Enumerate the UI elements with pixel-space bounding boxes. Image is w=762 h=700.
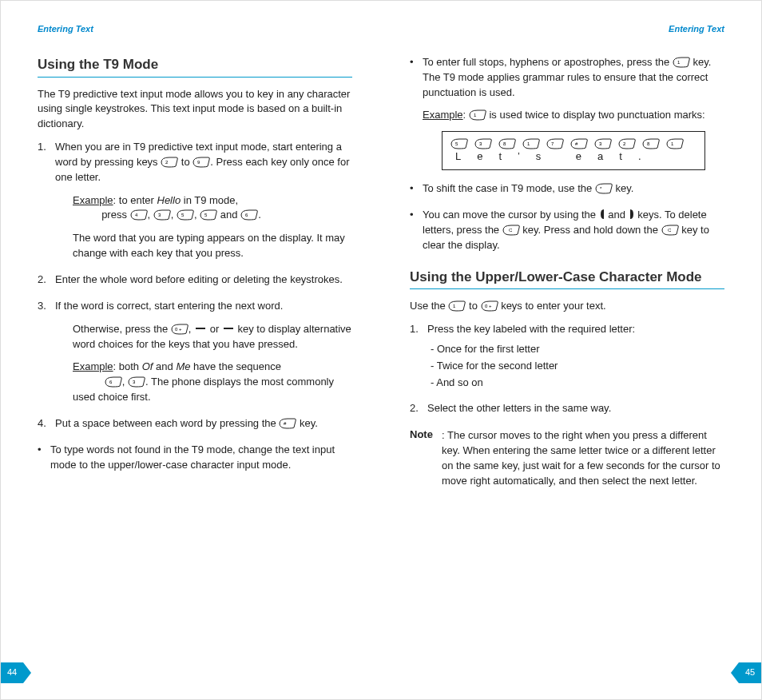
bullet-cursor: You can move the cursor by using the and… [410, 208, 724, 253]
key-5-icon: 5 [200, 209, 217, 221]
key-2-icon: 2 [618, 138, 636, 149]
svg-text:C: C [668, 228, 672, 233]
key-3-icon: 3 [594, 138, 612, 149]
t9-steps: When you are in T9 predictive text input… [38, 140, 352, 432]
step-1: When you are in T9 predictive text input… [38, 140, 352, 261]
bullet-punctuation: To enter full stops, hyphens or apostrop… [410, 55, 724, 170]
key-6-icon: 6 [105, 376, 122, 388]
svg-text:0 +: 0 + [485, 304, 492, 308]
key-1-icon: 1 [448, 300, 466, 312]
dash-list: - Once for the first letter - Twice for … [431, 342, 724, 391]
dash-once: - Once for the first letter [431, 342, 724, 357]
step-3: If the word is correct, start entering t… [38, 299, 352, 405]
case-intro: Use the 1 to 0 + keys to enter your text… [410, 299, 724, 314]
bullet-shift-case: To shift the case in T9 mode, use the * … [410, 181, 724, 197]
key-1-icon: 1 [673, 57, 690, 68]
example-punctuation: Example: 1 is used twice to display two … [423, 108, 724, 123]
key-8-icon: 8 [498, 138, 516, 149]
t9-notes: To type words not found in the T9 mode, … [38, 443, 352, 473]
keyrow-example-box: 5 3 8 1 7 # 3 2 8 1 Let’s eat. [442, 131, 705, 170]
t9-intro: The T9 predictive text input mode allows… [38, 87, 352, 133]
step-1-tail: The word that you are typing appears on … [73, 231, 352, 261]
nav-right-icon [629, 209, 635, 220]
document-spread: Entering Text Using the T9 Mode The T9 p… [0, 0, 762, 700]
keyrow-letters: Let’s eat. [450, 149, 697, 165]
key-7-icon: 7 [546, 138, 564, 149]
key-2-icon: 2 [161, 157, 178, 168]
key-star-icon: * [595, 183, 613, 194]
right-page: Entering Text To enter full stops, hyphe… [381, 1, 761, 699]
keyrow-keys: 5 3 8 1 7 # 3 2 8 1 [450, 138, 697, 149]
running-header-right: Entering Text [410, 23, 724, 36]
t9-notes-cont: To enter full stops, hyphens or apostrop… [410, 55, 724, 253]
key-9-icon: 9 [192, 157, 210, 168]
key-1-icon: 1 [469, 109, 486, 121]
bullet-switch-mode: To type words not found in the T9 mode, … [38, 443, 352, 473]
key-8-icon: 8 [642, 138, 660, 149]
key-1-icon: 1 [666, 138, 684, 149]
step-4: Put a space between each word by pressin… [38, 416, 352, 432]
case-steps: Press the key labeled with the required … [410, 322, 724, 416]
step-2: Enter the whole word before editing or d… [38, 272, 352, 288]
key-3-icon: 3 [153, 209, 171, 221]
dash-twice: - Twice for the second letter [431, 359, 724, 374]
key-c-icon: C [502, 225, 520, 236]
key-4-icon: 4 [130, 209, 148, 221]
left-page: Entering Text Using the T9 Mode The T9 p… [1, 1, 381, 699]
dash-icon [196, 328, 205, 329]
dash-icon [224, 328, 233, 329]
key-hash-icon: # [279, 418, 296, 429]
example-of-me: Example: both Of and Me have the sequenc… [73, 360, 352, 405]
heading-t9-mode: Using the T9 Mode [38, 55, 352, 78]
key-c-icon: C [661, 225, 679, 236]
key-1-icon: 1 [522, 138, 540, 149]
key-3-icon: 3 [474, 138, 492, 149]
key-hash-icon: # [570, 138, 588, 149]
case-step-1: Press the key labeled with the required … [410, 322, 724, 390]
key-3-icon: 3 [128, 376, 145, 388]
page-number-right: 45 [739, 662, 761, 683]
running-header-left: Entering Text [38, 23, 352, 36]
nav-left-icon [599, 209, 605, 220]
note: Note: The cursor moves to the right when… [410, 428, 724, 488]
svg-text:0 +: 0 + [175, 327, 182, 332]
svg-text:C: C [509, 228, 513, 233]
heading-case-mode: Using the Upper/Lower-Case Character Mod… [410, 268, 724, 290]
key-5-icon: 5 [450, 138, 468, 149]
case-step-2: Select the other letters in the same way… [410, 401, 724, 416]
key-6-icon: 6 [240, 209, 258, 221]
page-number-left: 44 [1, 662, 23, 683]
key-0-icon: 0 + [481, 300, 498, 312]
step-3-otherwise: Otherwise, press the 0 +, or key to disp… [73, 322, 352, 352]
example-hello: Example: to enter Hello in T9 mode, pres… [73, 193, 352, 224]
key-5-icon: 5 [177, 209, 194, 221]
key-0-icon: 0 + [171, 324, 189, 335]
dash-so-on: - And so on [431, 376, 724, 391]
